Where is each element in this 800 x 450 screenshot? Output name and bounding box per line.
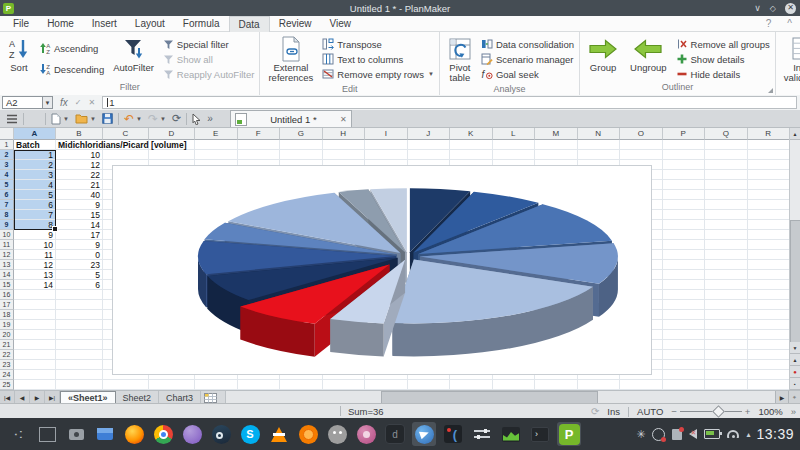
grid-cell[interactable] (535, 140, 578, 150)
row-header-22[interactable]: 22 (0, 350, 14, 360)
grid-cell[interactable] (748, 370, 791, 380)
grid-cell[interactable] (748, 250, 791, 260)
grid-cell[interactable]: 2 (14, 160, 56, 170)
grid-cell[interactable] (748, 360, 791, 370)
grid-cell[interactable]: 10 (56, 150, 103, 160)
grid-cell[interactable]: 40 (56, 190, 103, 200)
screen-recorder-icon[interactable] (652, 428, 665, 441)
column-header-n[interactable]: N (578, 128, 621, 140)
grid-cell[interactable] (195, 140, 238, 150)
menu-tab-insert[interactable]: Insert (83, 16, 126, 31)
row-header-13[interactable]: 13 (0, 260, 14, 270)
row-header-9[interactable]: 9 (0, 220, 14, 230)
grid-cell[interactable]: 5 (14, 190, 56, 200)
grid-cell[interactable]: 14 (56, 220, 103, 230)
group-button[interactable]: Group (585, 35, 621, 74)
grid-cell[interactable] (663, 380, 706, 390)
grid-cell[interactable] (493, 150, 536, 160)
grid-cell[interactable]: 23 (56, 260, 103, 270)
grid-cell[interactable] (748, 230, 791, 240)
grid-cell[interactable] (103, 380, 149, 390)
terminal-icon[interactable]: › (528, 422, 552, 446)
grid-cell[interactable] (748, 150, 791, 160)
grid-cell[interactable] (705, 310, 748, 320)
grid-cell[interactable] (14, 300, 56, 310)
text-to-columns-button[interactable]: Text to columns (322, 52, 434, 66)
grid-cell[interactable] (280, 140, 323, 150)
grid-cell[interactable] (14, 320, 56, 330)
dropdown-icon[interactable]: ▼ (428, 71, 434, 77)
grid-cell[interactable] (620, 380, 663, 390)
firefox-icon[interactable] (122, 422, 146, 446)
grid-cell[interactable] (663, 210, 706, 220)
grid-cell[interactable]: 6 (14, 200, 56, 210)
grid-cell[interactable] (535, 380, 578, 390)
grid-cell[interactable]: 1 (14, 150, 56, 160)
grid-cell[interactable] (705, 230, 748, 240)
grid-cell[interactable] (705, 220, 748, 230)
blue-browser-icon[interactable] (412, 422, 436, 446)
grid-cell[interactable] (56, 330, 103, 340)
grid-cell[interactable] (450, 150, 493, 160)
group-expand-icon[interactable] (768, 88, 773, 93)
row-header-17[interactable]: 17 (0, 300, 14, 310)
column-header-c[interactable]: C (103, 128, 149, 140)
grid-cell[interactable] (663, 250, 706, 260)
statusbar-overflow-icon[interactable]: » (791, 406, 796, 417)
row-header-7[interactable]: 7 (0, 200, 14, 210)
grid-cell[interactable] (365, 150, 408, 160)
row-header-12[interactable]: 12 (0, 250, 14, 260)
gimp-icon[interactable] (325, 422, 349, 446)
row-header-8[interactable]: 8 (0, 210, 14, 220)
column-header-o[interactable]: O (620, 128, 663, 140)
grid-cell[interactable]: 4 (14, 180, 56, 190)
grid-cell[interactable] (56, 290, 103, 300)
document-close-icon[interactable]: ✕ (340, 115, 347, 124)
grid-cell[interactable]: 22 (56, 170, 103, 180)
undo-icon[interactable]: ↶▼ (121, 111, 145, 126)
grid-cell[interactable]: 14 (14, 280, 56, 290)
grid-cell[interactable] (103, 150, 149, 160)
grid-cell[interactable] (705, 160, 748, 170)
hide-details-button[interactable]: Hide details (676, 67, 770, 81)
grid-cell[interactable] (705, 290, 748, 300)
grid-cell[interactable] (195, 150, 238, 160)
orange-media-icon[interactable] (296, 422, 320, 446)
grid-cell[interactable] (705, 330, 748, 340)
data-consolidation-button[interactable]: Data consolidation (481, 37, 574, 51)
document-tab[interactable]: Untitled 1 * ✕ (230, 110, 352, 127)
grid-cell[interactable] (323, 380, 366, 390)
grid-cell[interactable] (663, 190, 706, 200)
menu-tab-file[interactable]: File (4, 16, 38, 31)
row-header-14[interactable]: 14 (0, 270, 14, 280)
row-header-10[interactable]: 10 (0, 230, 14, 240)
scroll-up-icon[interactable]: ▲ (790, 128, 800, 140)
chrome-icon[interactable] (151, 422, 175, 446)
grid-cell[interactable] (663, 230, 706, 240)
grid-cell[interactable] (663, 360, 706, 370)
column-header-l[interactable]: L (493, 128, 536, 140)
column-header-p[interactable]: P (663, 128, 706, 140)
grid-cell[interactable] (14, 370, 56, 380)
row-header-18[interactable]: 18 (0, 310, 14, 320)
column-header-f[interactable]: F (238, 128, 281, 140)
help-icon[interactable]: ? (766, 18, 772, 29)
zoom-in-icon[interactable]: + (745, 406, 751, 417)
pager-icon[interactable] (35, 422, 59, 446)
row-header-20[interactable]: 20 (0, 330, 14, 340)
formula-input[interactable]: 1 (102, 96, 797, 109)
redo-icon[interactable]: ↷▼ (145, 111, 169, 126)
grid-cell[interactable] (408, 140, 451, 150)
menu-tab-formula[interactable]: Formula (174, 16, 229, 31)
row-header-3[interactable]: 3 (0, 160, 14, 170)
grid-cell[interactable] (663, 260, 706, 270)
grid-cell[interactable] (705, 180, 748, 190)
grid-cell[interactable] (705, 240, 748, 250)
row-header-6[interactable]: 6 (0, 190, 14, 200)
column-header-d[interactable]: D (149, 128, 195, 140)
grid-cell[interactable] (705, 320, 748, 330)
grid-cell[interactable] (238, 150, 281, 160)
grid-cell[interactable] (280, 380, 323, 390)
column-header-q[interactable]: Q (705, 128, 748, 140)
row-header-23[interactable]: 23 (0, 360, 14, 370)
